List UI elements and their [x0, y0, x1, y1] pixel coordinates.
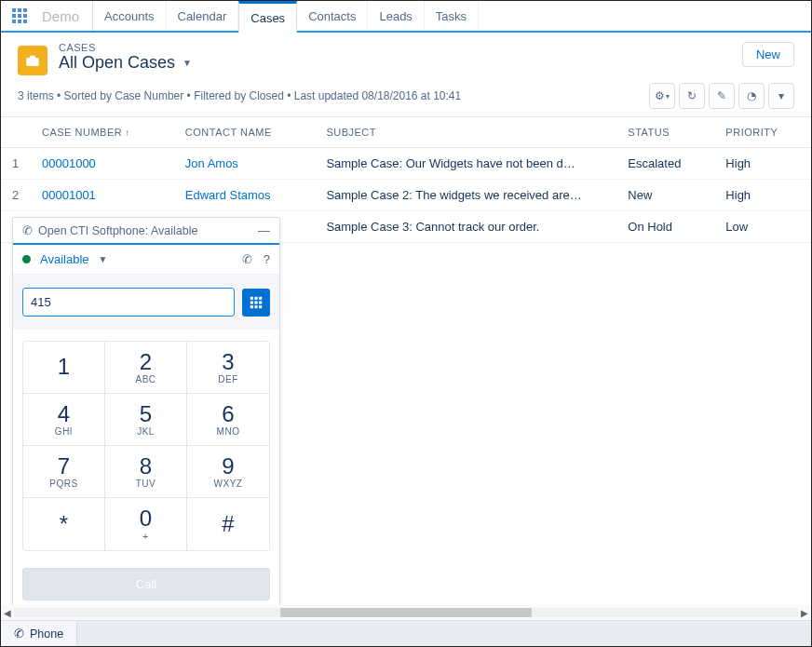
svg-rect-4	[18, 14, 21, 18]
dialpad: 1 2ABC 3DEF 4GHI 5JKL 6MNO 7PQRS 8TUV 9W…	[13, 330, 279, 560]
tab-accounts[interactable]: Accounts	[93, 1, 166, 31]
col-subject[interactable]: SUBJECT	[315, 117, 616, 148]
scroll-left-icon[interactable]: ◀	[1, 608, 14, 618]
call-button[interactable]: Call	[22, 568, 270, 600]
gear-icon: ⚙	[655, 89, 665, 102]
svg-rect-2	[23, 8, 27, 12]
col-case-number[interactable]: CASE NUMBER↑	[31, 117, 174, 148]
col-status[interactable]: STATUS	[616, 117, 714, 148]
key-7[interactable]: 7PQRS	[23, 446, 105, 498]
dialpad-icon	[250, 296, 263, 309]
svg-rect-9	[26, 58, 39, 66]
svg-rect-13	[259, 296, 262, 299]
phone-icon: ✆	[14, 627, 24, 640]
softphone-title: Open CTI Softphone: Available	[38, 224, 252, 237]
svg-rect-17	[250, 305, 253, 308]
table-row[interactable]: 1 00001000 Jon Amos Sample Case: Our Wid…	[1, 148, 811, 180]
svg-rect-15	[254, 301, 257, 303]
contact-name-cell[interactable]: Jon Amos	[174, 148, 316, 180]
svg-rect-10	[30, 56, 35, 59]
col-priority[interactable]: PRIORITY	[714, 117, 811, 148]
horizontal-scrollbar[interactable]: ◀ ▶	[1, 605, 811, 620]
softphone-panel: ✆ Open CTI Softphone: Available — Availa…	[12, 217, 280, 614]
key-5[interactable]: 5JKL	[105, 394, 187, 446]
list-view-dropdown-icon[interactable]: ▼	[183, 58, 192, 68]
refresh-icon: ↻	[687, 89, 697, 102]
svg-rect-16	[259, 301, 262, 303]
refresh-button[interactable]: ↻	[679, 83, 705, 109]
settings-button[interactable]: ⚙▾	[649, 83, 675, 109]
key-1[interactable]: 1	[23, 342, 105, 394]
utility-bar: ✆ Phone	[1, 620, 811, 646]
cases-icon	[18, 46, 47, 75]
call-icon[interactable]: ✆	[242, 252, 252, 266]
case-number-cell[interactable]: 00001001	[31, 180, 174, 211]
tab-leads[interactable]: Leads	[368, 1, 424, 31]
svg-rect-0	[12, 8, 16, 12]
status-dot-icon	[22, 255, 31, 263]
filter-button[interactable]: ▾	[768, 83, 794, 109]
key-0[interactable]: 0+	[105, 498, 187, 550]
help-icon[interactable]: ?	[264, 252, 270, 266]
svg-rect-6	[12, 20, 16, 23]
pie-chart-icon: ◔	[747, 89, 756, 102]
row-number: 2	[1, 180, 31, 211]
status-dropdown-icon[interactable]: ▼	[99, 254, 108, 264]
svg-rect-18	[254, 305, 257, 308]
subject-cell: Sample Case 3: Cannot track our order.	[315, 211, 616, 243]
minimize-icon[interactable]: —	[258, 223, 270, 237]
svg-rect-14	[250, 301, 253, 303]
case-number-cell[interactable]: 00001000	[31, 148, 174, 180]
key-4[interactable]: 4GHI	[23, 394, 105, 446]
edit-button[interactable]: ✎	[709, 83, 735, 109]
nav-tabs: Accounts Calendar Cases Contacts Leads T…	[93, 1, 479, 31]
status-cell: New	[616, 180, 714, 211]
subject-cell: Sample Case 2: The widgets we received a…	[315, 180, 616, 211]
key-3[interactable]: 3DEF	[187, 342, 269, 394]
status-cell: On Hold	[616, 211, 714, 243]
table-row[interactable]: 2 00001001 Edward Stamos Sample Case 2: …	[1, 180, 811, 211]
dialpad-toggle-button[interactable]	[242, 289, 270, 317]
tab-calendar[interactable]: Calendar	[167, 1, 239, 31]
svg-rect-3	[12, 14, 16, 18]
col-rownum	[1, 117, 31, 148]
key-8[interactable]: 8TUV	[105, 446, 187, 498]
svg-rect-7	[18, 20, 21, 23]
key-2[interactable]: 2ABC	[105, 342, 187, 394]
pencil-icon: ✎	[717, 89, 726, 102]
phone-utility-button[interactable]: ✆ Phone	[1, 621, 77, 646]
app-name: Demo	[38, 1, 93, 31]
key-6[interactable]: 6MNO	[187, 394, 269, 446]
priority-cell: High	[714, 180, 811, 211]
chart-button[interactable]: ◔	[738, 83, 765, 109]
subject-cell: Sample Case: Our Widgets have not been d…	[315, 148, 616, 180]
sort-asc-icon: ↑	[125, 128, 130, 138]
entity-eyebrow: CASES	[59, 42, 192, 53]
tab-contacts[interactable]: Contacts	[297, 1, 368, 31]
tab-cases[interactable]: Cases	[238, 1, 297, 33]
status-text[interactable]: Available	[40, 252, 89, 266]
key-star[interactable]: *	[23, 498, 105, 550]
svg-rect-12	[254, 296, 257, 299]
key-hash[interactable]: #	[187, 498, 269, 550]
svg-rect-8	[23, 20, 27, 23]
svg-rect-19	[259, 305, 262, 308]
priority-cell: High	[714, 148, 811, 180]
priority-cell: Low	[714, 211, 811, 243]
scroll-right-icon[interactable]: ▶	[798, 608, 811, 618]
filter-icon: ▾	[778, 89, 784, 102]
svg-rect-1	[18, 8, 21, 12]
list-meta: 3 items • Sorted by Case Number • Filter…	[18, 89, 461, 102]
dial-input[interactable]	[22, 288, 235, 317]
new-button[interactable]: New	[742, 42, 794, 67]
tab-tasks[interactable]: Tasks	[425, 1, 479, 31]
svg-rect-5	[23, 14, 27, 18]
row-number: 1	[1, 148, 31, 180]
col-contact-name[interactable]: CONTACT NAME	[174, 117, 316, 148]
app-launcher-icon[interactable]	[1, 1, 38, 31]
status-cell: Escalated	[616, 148, 714, 180]
list-view-title: All Open Cases	[59, 53, 175, 73]
contact-name-cell[interactable]: Edward Stamos	[174, 180, 316, 211]
svg-rect-11	[250, 296, 253, 299]
key-9[interactable]: 9WXYZ	[187, 446, 269, 498]
